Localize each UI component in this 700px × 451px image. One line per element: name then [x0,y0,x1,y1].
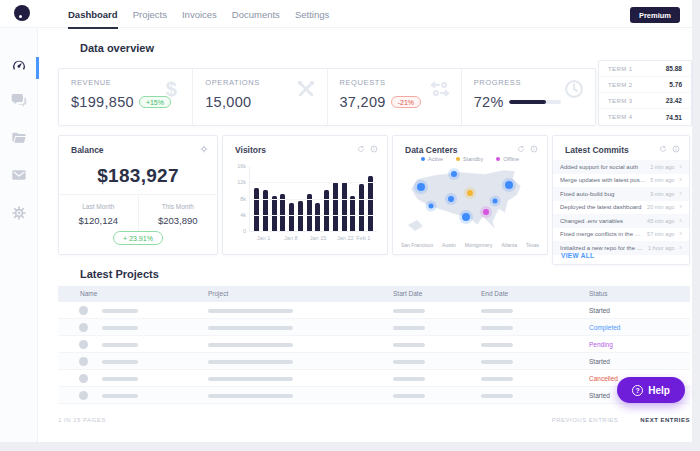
data-centers-card: Data Centers ActiveStandbyOffline San Fr… [392,135,548,255]
table-row[interactable]: Pending [58,336,690,353]
tab-documents[interactable]: Documents [232,0,280,28]
info-icon[interactable] [530,145,538,153]
data-center-dot [429,203,434,208]
status-badge: Cancelled [589,370,618,387]
commit-time: 1 hour ago [648,245,674,251]
mail-icon[interactable] [11,167,27,183]
commit-row[interactable]: Deployed the latest dashboard20 min ago› [553,201,689,215]
latest-projects-title: Latest Projects [80,268,159,280]
end-date-placeholder [481,326,513,331]
start-date-placeholder [393,394,425,399]
app-logo[interactable] [14,5,30,21]
progress-bar [509,100,561,104]
term-value: 23.42 [666,97,682,104]
table-row[interactable]: Cancelled [58,370,690,387]
avatar [79,374,88,383]
gear-icon[interactable] [200,145,208,153]
chevron-right-icon: › [679,203,682,211]
legend-label: Offline [503,156,519,162]
bar [280,194,285,231]
table-row[interactable]: Started [58,302,690,319]
chevron-right-icon: › [679,176,682,184]
avatar [79,323,88,332]
map-city-labels: San FranciscoAustinMontgomeryAtlantaTexa… [401,242,539,248]
avatar [79,357,88,366]
premium-button[interactable]: Premium [630,7,680,23]
table-row[interactable]: Completed [58,319,690,336]
chat-icon[interactable] [11,92,27,108]
tab-dashboard[interactable]: Dashboard [68,0,118,28]
legend-item: Active [421,156,443,162]
stat-card-requests: REQUESTS37,209-21% [328,69,462,125]
end-date-placeholder [481,377,513,382]
info-icon[interactable] [370,145,378,153]
chevron-right-icon: › [679,244,682,252]
name-placeholder [102,326,138,331]
project-placeholder [208,394,293,399]
commit-row[interactable]: Fixed auto-build bug9 min ago› [553,187,689,201]
project-placeholder [208,309,293,314]
name-placeholder [102,309,138,314]
delta-badge: -21% [391,96,421,108]
refresh-icon[interactable] [517,145,525,153]
y-axis-tick: 8k [240,196,246,202]
settings-gear-icon[interactable] [11,205,27,221]
folder-icon[interactable] [11,130,27,146]
bar [342,182,347,231]
visitors-card: Visitors 16k12k8k4k0Jan 1Jan 8Jan 15Jan … [222,135,388,255]
x-axis-tick: Feb 1 [356,235,370,241]
commit-time: 45 min ago [647,218,674,224]
balance-delta-badge: + 23.91% [113,231,163,245]
y-axis-tick: 0 [243,228,246,234]
bar [324,190,329,231]
app-window: DashboardProjectsInvoicesDocumentsSettin… [0,0,692,442]
commit-row[interactable]: Fixed merge conflicts in the docs57 min … [553,228,689,242]
stat-card-progress: PROGRESS72% [462,69,595,125]
tab-settings[interactable]: Settings [295,0,329,28]
progress-fill [509,100,546,104]
column-header-end-date: End Date [481,286,508,302]
next-entries-button[interactable]: NEXT ENTRIES [640,417,690,423]
info-icon[interactable] [672,145,680,153]
legend-label: Standby [463,156,483,162]
term-label: TERM 3 [608,98,632,104]
start-date-placeholder [393,360,425,365]
name-placeholder [102,360,138,365]
data-center-dot [483,209,489,215]
y-axis-tick: 12k [237,179,246,185]
table-row[interactable]: Started [58,387,690,404]
balance-card: Balance $183,927 Last Month $120,124 Thi… [58,135,218,255]
commit-list: Added support for social auth2 min ago›M… [553,160,689,255]
data-centers-title: Data Centers [405,145,457,155]
last-month-value: $120,124 [59,215,138,226]
commit-row[interactable]: Merge updates with latest push by ad...5… [553,174,689,188]
refresh-icon[interactable] [659,145,667,153]
data-center-dot [451,171,457,177]
question-mark-icon: ? [632,385,643,396]
dollar-icon: $ [160,78,182,100]
view-all-link[interactable]: VIEW ALL [561,252,594,259]
data-center-dot [467,190,473,196]
commit-time: 20 min ago [647,204,674,210]
previous-entries-button[interactable]: PREVIOUS ENTRIES [552,417,619,423]
table-row[interactable]: Started [58,353,690,370]
city-label: Atlanta [501,242,517,248]
latest-commits-card: Latest Commits Added support for social … [552,135,690,265]
stat-value: 37,209 [340,94,386,110]
refresh-icon[interactable] [357,145,365,153]
term-label: TERM 2 [608,82,632,88]
bar [368,176,373,231]
main-content: Data overview REVENUE$199,850+15%$OPERAT… [38,28,692,442]
bar [272,196,277,231]
help-button[interactable]: ? Help [617,377,685,403]
tab-projects[interactable]: Projects [133,0,167,28]
start-date-placeholder [393,326,425,331]
commit-row[interactable]: Changed .env variables45 min ago› [553,214,689,228]
tab-invoices[interactable]: Invoices [182,0,217,28]
legend-label: Active [428,156,443,162]
commit-row[interactable]: Added support for social auth2 min ago› [553,160,689,174]
dashboard-icon[interactable] [11,58,27,74]
gridline [250,182,377,183]
map-legend: ActiveStandbyOffline [393,156,547,162]
status-badge: Started [589,302,610,319]
